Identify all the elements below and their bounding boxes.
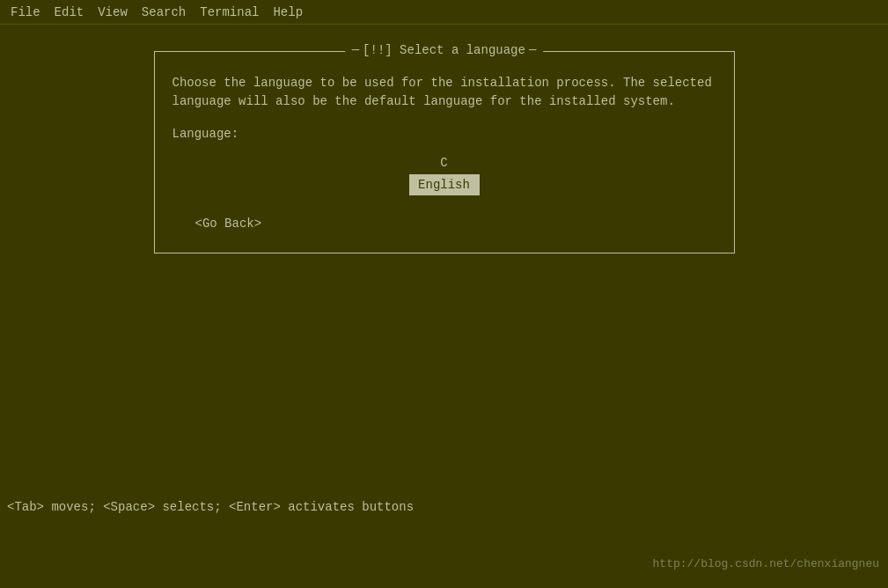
dialog-title: [!!] Select a language <box>345 43 544 57</box>
menubar: File Edit View Search Terminal Help <box>0 0 888 25</box>
buttons-row: <Go Back> <box>172 213 716 234</box>
language-label: Language: <box>172 124 716 143</box>
url-bar: http://blog.csdn.net/chenxiangneu <box>653 557 879 570</box>
dialog-body: Choose the language to be used for the i… <box>172 74 716 235</box>
menu-search[interactable]: Search <box>135 4 193 21</box>
main-content: [!!] Select a language Choose the langua… <box>0 25 888 280</box>
statusbar-text: <Tab> moves; <Space> selects; <Enter> ac… <box>7 500 414 514</box>
menu-help[interactable]: Help <box>266 4 310 21</box>
language-option-c[interactable]: C <box>409 152 480 173</box>
dialog-description: Choose the language to be used for the i… <box>172 74 716 111</box>
url-text: http://blog.csdn.net/chenxiangneu <box>653 557 879 570</box>
statusbar: <Tab> moves; <Space> selects; <Enter> ac… <box>0 496 888 518</box>
menu-file[interactable]: File <box>4 4 48 21</box>
go-back-button[interactable]: <Go Back> <box>190 213 268 234</box>
language-dialog: [!!] Select a language Choose the langua… <box>154 51 735 254</box>
language-list: C English <box>172 152 716 195</box>
menu-view[interactable]: View <box>91 4 135 21</box>
menu-terminal[interactable]: Terminal <box>193 4 266 21</box>
language-option-english[interactable]: English <box>409 174 480 195</box>
menu-edit[interactable]: Edit <box>48 4 92 21</box>
